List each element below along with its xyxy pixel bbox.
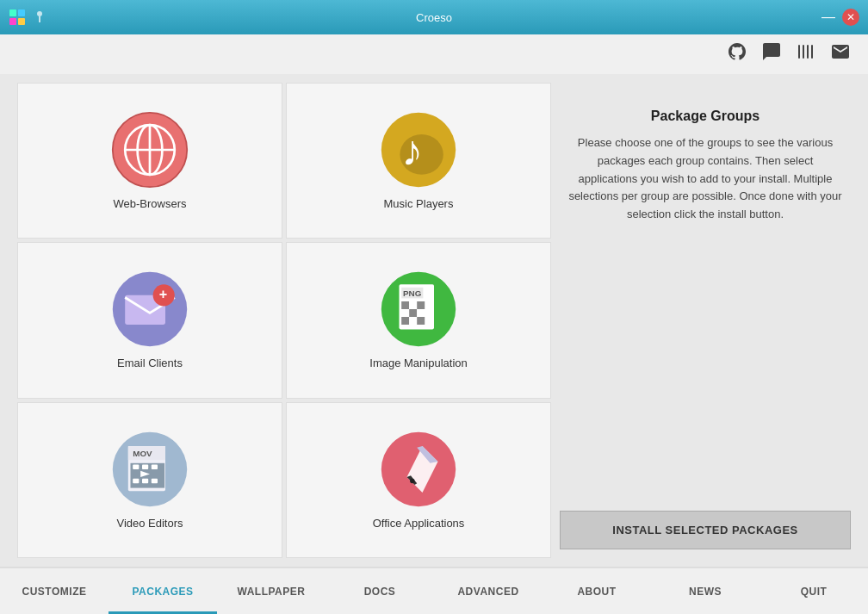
nav-item-about[interactable]: ABOUT [542, 568, 651, 614]
nav-item-advanced[interactable]: ADVANCED [434, 568, 542, 614]
package-card-email-clients[interactable]: + Email Clients [17, 242, 282, 398]
svg-rect-34 [409, 317, 417, 325]
svg-text:PNG: PNG [403, 288, 422, 298]
nav-item-customize[interactable]: CUSTOMIZE [0, 568, 108, 614]
pin-icon [33, 10, 46, 24]
email-icon[interactable] [830, 41, 851, 67]
svg-text:MOV: MOV [133, 449, 152, 458]
github-icon[interactable] [727, 41, 747, 67]
package-groups-description: Please choose one of the groups to see t… [568, 134, 842, 224]
svg-rect-43 [152, 464, 158, 468]
svg-rect-33 [401, 317, 409, 325]
svg-rect-3 [18, 18, 25, 25]
app-icon [9, 9, 26, 26]
svg-rect-27 [401, 301, 409, 309]
nav-item-docs[interactable]: DOCS [326, 568, 434, 614]
package-grid: Web-Browsers ♪ Music Players + [17, 83, 551, 558]
svg-rect-35 [417, 317, 425, 325]
window-title: Croeso [416, 11, 452, 24]
close-button[interactable]: ✕ [842, 9, 859, 26]
svg-text:♪: ♪ [401, 127, 423, 174]
package-card-web-browsers[interactable]: Web-Browsers [17, 83, 282, 239]
svg-rect-2 [9, 18, 16, 25]
header-icons-bar [0, 34, 868, 74]
svg-rect-32 [417, 309, 425, 317]
email-clients-icon: + [111, 270, 189, 348]
email-clients-label: Email Clients [117, 357, 183, 369]
svg-rect-9 [811, 45, 813, 59]
install-selected-packages-button[interactable]: INSTALL SELECTED PACKAGES [560, 511, 851, 549]
music-players-icon: ♪ [380, 111, 457, 189]
title-bar-left [9, 9, 46, 26]
svg-rect-30 [401, 309, 409, 317]
web-browsers-label: Web-Browsers [113, 197, 186, 210]
svg-text:+: + [159, 287, 167, 302]
video-editors-icon: MOV [111, 431, 189, 508]
svg-rect-1 [18, 9, 25, 16]
package-groups-info: Package Groups Please choose one of the … [560, 91, 851, 241]
chat-icon[interactable] [761, 41, 782, 67]
svg-rect-42 [142, 464, 148, 468]
title-bar: Croeso — ✕ [0, 0, 868, 34]
right-panel: Package Groups Please choose one of the … [560, 83, 851, 558]
bottom-nav: CUSTOMIZE PACKAGES WALLPAPER DOCS ADVANC… [0, 567, 868, 614]
image-manipulation-icon: PNG [380, 270, 457, 348]
svg-rect-31 [409, 309, 417, 317]
svg-rect-45 [142, 479, 148, 483]
package-card-music-players[interactable]: ♪ Music Players [286, 83, 551, 239]
office-applications-icon [380, 431, 457, 508]
svg-point-49 [410, 479, 414, 483]
package-card-video-editors[interactable]: MOV Video Editors [17, 402, 282, 558]
svg-rect-6 [798, 45, 800, 59]
svg-rect-46 [152, 479, 158, 483]
office-applications-label: Office Applications [373, 517, 465, 530]
music-players-label: Music Players [384, 197, 454, 210]
svg-rect-0 [9, 9, 16, 16]
title-bar-controls: — ✕ [820, 9, 859, 26]
package-card-office-applications[interactable]: Office Applications [286, 402, 551, 558]
nav-item-wallpaper[interactable]: WALLPAPER [217, 568, 326, 614]
svg-rect-44 [133, 479, 139, 483]
nav-item-quit[interactable]: QUIT [760, 568, 868, 614]
svg-point-4 [37, 11, 42, 16]
svg-rect-7 [803, 45, 804, 59]
svg-rect-28 [409, 301, 417, 309]
bars-icon[interactable] [796, 41, 816, 67]
main-content: Web-Browsers ♪ Music Players + [0, 74, 868, 567]
minimize-button[interactable]: — [820, 9, 837, 26]
svg-rect-8 [807, 45, 809, 59]
nav-item-packages[interactable]: PACKAGES [108, 568, 217, 614]
video-editors-label: Video Editors [116, 517, 183, 530]
svg-rect-41 [133, 464, 139, 468]
web-browsers-icon [111, 111, 189, 189]
package-groups-title: Package Groups [568, 109, 842, 124]
nav-item-news[interactable]: NEWS [651, 568, 760, 614]
image-manipulation-label: Image Manipulation [369, 357, 467, 369]
svg-rect-29 [417, 301, 425, 309]
package-card-image-manipulation[interactable]: PNG Image Manipulation [286, 242, 551, 398]
